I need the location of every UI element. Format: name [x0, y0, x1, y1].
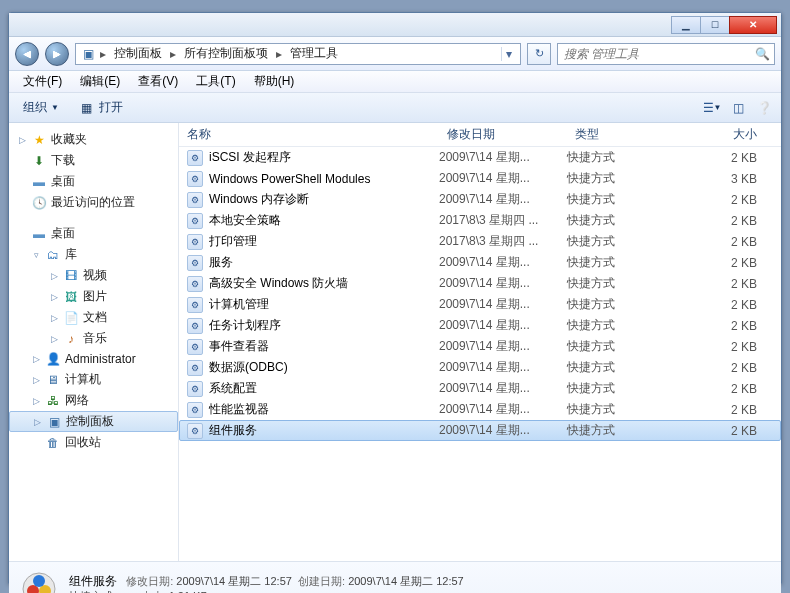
svg-point-3 — [33, 575, 45, 587]
menu-edit[interactable]: 编辑(E) — [72, 71, 128, 92]
tree-administrator[interactable]: ▷👤Administrator — [9, 349, 178, 369]
file-name: 高级安全 Windows 防火墙 — [209, 275, 348, 292]
search-box[interactable]: 🔍 — [557, 43, 775, 65]
file-date: 2009\7\14 星期... — [439, 422, 567, 439]
tree-control-panel[interactable]: ▷▣控制面板 — [9, 411, 178, 432]
table-row[interactable]: ⚙iSCSI 发起程序2009\7\14 星期...快捷方式2 KB — [179, 147, 781, 168]
file-date: 2009\7\14 星期... — [439, 338, 567, 355]
breadcrumb[interactable]: 管理工具 — [286, 45, 342, 62]
search-input[interactable] — [562, 46, 755, 62]
tree-music[interactable]: ▷♪音乐 — [9, 328, 178, 349]
column-name[interactable]: 名称 — [179, 126, 439, 143]
column-date[interactable]: 修改日期 — [439, 126, 567, 143]
computer-icon: 🖥 — [45, 372, 61, 388]
maximize-button[interactable] — [700, 16, 730, 34]
recycle-bin-icon: 🗑 — [45, 435, 61, 451]
star-icon: ★ — [31, 132, 47, 148]
video-icon: 🎞 — [63, 268, 79, 284]
file-type: 快捷方式 — [567, 401, 695, 418]
chevron-right-icon[interactable]: ▸ — [274, 47, 284, 61]
minimize-button[interactable] — [671, 16, 701, 34]
help-button[interactable]: ❔ — [753, 98, 775, 118]
network-icon: 🖧 — [45, 393, 61, 409]
tree-network[interactable]: ▷🖧网络 — [9, 390, 178, 411]
forward-button[interactable]: ► — [45, 42, 69, 66]
explorer-window: ◄ ► ▣ ▸ 控制面板 ▸ 所有控制面板项 ▸ 管理工具 ▾ ↻ 🔍 文件(F… — [8, 12, 782, 584]
table-row[interactable]: ⚙高级安全 Windows 防火墙2009\7\14 星期...快捷方式2 KB — [179, 273, 781, 294]
recent-icon: 🕓 — [31, 195, 47, 211]
file-rows: ⚙iSCSI 发起程序2009\7\14 星期...快捷方式2 KB⚙Windo… — [179, 147, 781, 561]
location-icon: ▣ — [80, 46, 96, 62]
column-size[interactable]: 大小 — [695, 126, 781, 143]
menu-file[interactable]: 文件(F) — [15, 71, 70, 92]
preview-pane-button[interactable]: ◫ — [727, 98, 749, 118]
menu-view[interactable]: 查看(V) — [130, 71, 186, 92]
table-row[interactable]: ⚙组件服务2009\7\14 星期...快捷方式2 KB — [179, 420, 781, 441]
tree-desktop[interactable]: ▬桌面 — [9, 223, 178, 244]
table-row[interactable]: ⚙数据源(ODBC)2009\7\14 星期...快捷方式2 KB — [179, 357, 781, 378]
tree-videos[interactable]: ▷🎞视频 — [9, 265, 178, 286]
control-panel-icon: ▣ — [46, 414, 62, 430]
chevron-right-icon[interactable]: ▸ — [98, 47, 108, 61]
organize-button[interactable]: 组织 ▼ — [15, 96, 67, 119]
table-row[interactable]: ⚙性能监视器2009\7\14 星期...快捷方式2 KB — [179, 399, 781, 420]
breadcrumb[interactable]: 控制面板 — [110, 45, 166, 62]
table-row[interactable]: ⚙打印管理2017\8\3 星期四 ...快捷方式2 KB — [179, 231, 781, 252]
file-name: Windows 内存诊断 — [209, 191, 309, 208]
navigation-pane: ▷★收藏夹 ⬇下载 ▬桌面 🕓最近访问的位置 ▬桌面 ▿🗂库 ▷🎞视频 ▷🖼图片… — [9, 123, 179, 561]
file-name: 计算机管理 — [209, 296, 269, 313]
window-buttons — [672, 16, 777, 34]
menu-tools[interactable]: 工具(T) — [188, 71, 243, 92]
tree-downloads[interactable]: ⬇下载 — [9, 150, 178, 171]
column-headers: 名称 修改日期 类型 大小 — [179, 123, 781, 147]
details-icon — [19, 569, 59, 594]
file-name: iSCSI 发起程序 — [209, 149, 291, 166]
table-row[interactable]: ⚙Windows 内存诊断2009\7\14 星期...快捷方式2 KB — [179, 189, 781, 210]
tree-libraries[interactable]: ▿🗂库 — [9, 244, 178, 265]
table-row[interactable]: ⚙任务计划程序2009\7\14 星期...快捷方式2 KB — [179, 315, 781, 336]
file-name: 服务 — [209, 254, 233, 271]
chevron-right-icon[interactable]: ▸ — [168, 47, 178, 61]
titlebar[interactable] — [9, 13, 781, 37]
address-dropdown[interactable]: ▾ — [501, 47, 516, 61]
table-row[interactable]: ⚙计算机管理2009\7\14 星期...快捷方式2 KB — [179, 294, 781, 315]
file-name: 数据源(ODBC) — [209, 359, 288, 376]
tree-desktop-fav[interactable]: ▬桌面 — [9, 171, 178, 192]
table-row[interactable]: ⚙Windows PowerShell Modules2009\7\14 星期.… — [179, 168, 781, 189]
open-button[interactable]: ▦ 打开 — [71, 96, 131, 119]
file-date: 2017\8\3 星期四 ... — [439, 212, 567, 229]
breadcrumb[interactable]: 所有控制面板项 — [180, 45, 272, 62]
library-icon: 🗂 — [45, 247, 61, 263]
tree-computer[interactable]: ▷🖥计算机 — [9, 369, 178, 390]
tree-documents[interactable]: ▷📄文档 — [9, 307, 178, 328]
file-name: 系统配置 — [209, 380, 257, 397]
file-size: 3 KB — [695, 172, 773, 186]
tree-favorites[interactable]: ▷★收藏夹 — [9, 129, 178, 150]
tree-recent[interactable]: 🕓最近访问的位置 — [9, 192, 178, 213]
file-name: Windows PowerShell Modules — [209, 172, 370, 186]
file-type: 快捷方式 — [567, 422, 695, 439]
shortcut-icon: ⚙ — [187, 381, 203, 397]
details-pane: 组件服务 修改日期: 2009\7\14 星期二 12:57 创建日期: 200… — [9, 561, 781, 593]
menu-help[interactable]: 帮助(H) — [246, 71, 303, 92]
table-row[interactable]: ⚙本地安全策略2017\8\3 星期四 ...快捷方式2 KB — [179, 210, 781, 231]
organize-label: 组织 — [23, 99, 47, 116]
file-date: 2009\7\14 星期... — [439, 296, 567, 313]
file-size: 2 KB — [695, 424, 773, 438]
view-options-button[interactable]: ☰ ▼ — [701, 98, 723, 118]
tree-recycle-bin[interactable]: 🗑回收站 — [9, 432, 178, 453]
table-row[interactable]: ⚙事件查看器2009\7\14 星期...快捷方式2 KB — [179, 336, 781, 357]
table-row[interactable]: ⚙服务2009\7\14 星期...快捷方式2 KB — [179, 252, 781, 273]
download-icon: ⬇ — [31, 153, 47, 169]
close-button[interactable] — [729, 16, 777, 34]
refresh-button[interactable]: ↻ — [527, 43, 551, 65]
table-row[interactable]: ⚙系统配置2009\7\14 星期...快捷方式2 KB — [179, 378, 781, 399]
tree-pictures[interactable]: ▷🖼图片 — [9, 286, 178, 307]
back-button[interactable]: ◄ — [15, 42, 39, 66]
column-type[interactable]: 类型 — [567, 126, 695, 143]
file-type: 快捷方式 — [567, 191, 695, 208]
address-row: ◄ ► ▣ ▸ 控制面板 ▸ 所有控制面板项 ▸ 管理工具 ▾ ↻ 🔍 — [9, 37, 781, 71]
address-bar[interactable]: ▣ ▸ 控制面板 ▸ 所有控制面板项 ▸ 管理工具 ▾ — [75, 43, 521, 65]
file-type: 快捷方式 — [567, 380, 695, 397]
search-icon[interactable]: 🔍 — [755, 47, 770, 61]
